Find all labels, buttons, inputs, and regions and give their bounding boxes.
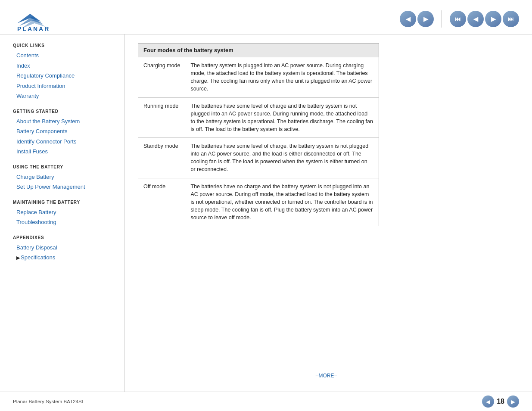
svg-text:PLANAR: PLANAR (17, 25, 50, 32)
sidebar-link-label: Battery Disposal (16, 244, 57, 251)
mode-name-cell: Standby mode (138, 138, 186, 178)
content-area: Four modes of the battery system Chargin… (138, 43, 515, 368)
primary-nav-group: ◀ ▶ (400, 11, 434, 27)
bottom-bar: Planar Battery System BAT24SI ◀ 18 ▶ (0, 392, 532, 411)
sidebar-link[interactable]: Replace Battery (13, 207, 116, 218)
skip-forward-icon: ⏭ (508, 16, 514, 22)
arrow-indicator: ▶ (16, 254, 20, 262)
sidebar-section-title: APPENDIXES (13, 235, 116, 240)
sidebar-link[interactable]: Index (13, 61, 116, 71)
sidebar-link-label: Product Information (16, 83, 65, 89)
sidebar-link-label: Replace Battery (16, 209, 56, 215)
page-nav: ◀ 18 ▶ (482, 395, 519, 408)
logo-area: PLANAR (13, 9, 73, 34)
table-row: Off modeThe batteries have no charge and… (138, 178, 379, 226)
sidebar-section-title: GETTING STARTED (13, 109, 116, 114)
sidebar-link[interactable]: Install Fuses (13, 146, 116, 157)
nav-prev-icon: ◀ (473, 16, 478, 22)
footer-product: Planar Battery System BAT24SI (13, 399, 83, 404)
sidebar-link-label: Index (16, 62, 30, 69)
nav-back-button[interactable]: ◀ (400, 11, 416, 27)
sidebar-link-label: Identify Connector Ports (16, 138, 76, 145)
page-prev-button[interactable]: ◀ (482, 395, 494, 408)
sidebar-link-label: Set Up Power Management (16, 184, 85, 190)
sidebar-link-label: Contents (16, 52, 39, 59)
nav-next-button[interactable]: ▶ (485, 11, 501, 27)
nav-next-icon: ▶ (491, 16, 496, 22)
sidebar: QUICK LINKSContentsIndexRegulatory Compl… (0, 34, 125, 392)
nav-buttons: ◀ ▶ ⏮ ◀ ▶ ⏭ (400, 10, 519, 28)
top-header: PLANAR ◀ ▶ ⏮ ◀ ▶ (0, 0, 532, 34)
table-row: Charging modeThe battery system is plugg… (138, 57, 379, 98)
table-row: Running modeThe batteries have some leve… (138, 97, 379, 138)
sidebar-link-label: Specifications (21, 253, 55, 262)
sidebar-link[interactable]: About the Battery System (13, 116, 116, 127)
skip-back-icon: ⏮ (455, 16, 461, 22)
sidebar-section-title: MAINTAINING THE BATTERY (13, 200, 116, 205)
page-wrapper: PLANAR ◀ ▶ ⏮ ◀ ▶ (0, 0, 532, 411)
nav-separator (442, 10, 442, 28)
page-number: 18 (497, 398, 504, 405)
more-area: –MORE– (138, 368, 515, 383)
sidebar-link[interactable]: Battery Disposal (13, 243, 116, 253)
mode-desc-cell: The battery system is plugged into an AC… (186, 57, 379, 98)
page-next-icon: ▶ (511, 399, 515, 405)
sidebar-link[interactable]: Contents (13, 50, 116, 61)
sidebar-link[interactable]: Charge Battery (13, 172, 116, 182)
mode-desc-cell: The batteries have some level of charge … (186, 97, 379, 138)
mode-name-cell: Running mode (138, 97, 186, 138)
nav-skip-back-button[interactable]: ⏮ (450, 11, 466, 27)
mode-desc-cell: The batteries have some level of charge,… (186, 138, 379, 178)
nav-forward-button[interactable]: ▶ (417, 11, 434, 27)
sidebar-link[interactable]: Product Information (13, 81, 116, 91)
sidebar-link-label: Troubleshooting (16, 219, 56, 225)
mode-name-cell: Off mode (138, 178, 186, 226)
main-content: Four modes of the battery system Chargin… (125, 34, 532, 392)
main-inner: Four modes of the battery system Chargin… (138, 43, 515, 383)
sidebar-link[interactable]: ▶Specifications (13, 252, 116, 263)
sidebar-link-label: Install Fuses (16, 148, 48, 155)
mode-name-cell: Charging mode (138, 57, 186, 98)
secondary-nav-group: ⏮ ◀ ▶ ⏭ (450, 11, 519, 27)
sidebar-section-title: QUICK LINKS (13, 43, 116, 48)
more-link[interactable]: –MORE– (316, 373, 337, 379)
nav-forward-icon: ▶ (423, 16, 428, 22)
sidebar-link-label: Battery Components (16, 128, 68, 134)
mode-desc-cell: The batteries have no charge and the bat… (186, 178, 379, 226)
page-next-button[interactable]: ▶ (507, 395, 519, 408)
sidebar-link[interactable]: Warranty (13, 91, 116, 101)
table-header: Four modes of the battery system (138, 44, 379, 57)
nav-back-icon: ◀ (406, 16, 411, 22)
sidebar-link[interactable]: Battery Components (13, 126, 116, 137)
sidebar-link-label: Regulatory Compliance (16, 72, 75, 79)
sidebar-section-title: USING THE BATTERY (13, 165, 116, 169)
nav-prev-button[interactable]: ◀ (467, 11, 484, 27)
modes-table: Four modes of the battery system Chargin… (138, 43, 379, 226)
nav-skip-forward-button[interactable]: ⏭ (503, 11, 519, 27)
page-prev-icon: ◀ (486, 399, 490, 405)
sidebar-link-label: Warranty (16, 93, 39, 99)
sidebar-link[interactable]: Regulatory Compliance (13, 71, 116, 81)
planar-logo: PLANAR (13, 9, 73, 32)
sidebar-link[interactable]: Set Up Power Management (13, 182, 116, 192)
sidebar-link[interactable]: Identify Connector Ports (13, 137, 116, 147)
body-area: QUICK LINKSContentsIndexRegulatory Compl… (0, 34, 532, 392)
table-row: Standby modeThe batteries have some leve… (138, 138, 379, 178)
sidebar-link-label: Charge Battery (16, 174, 54, 180)
sidebar-link-label: About the Battery System (16, 118, 80, 125)
sidebar-link[interactable]: Troubleshooting (13, 217, 116, 227)
table-separator (138, 235, 379, 235)
